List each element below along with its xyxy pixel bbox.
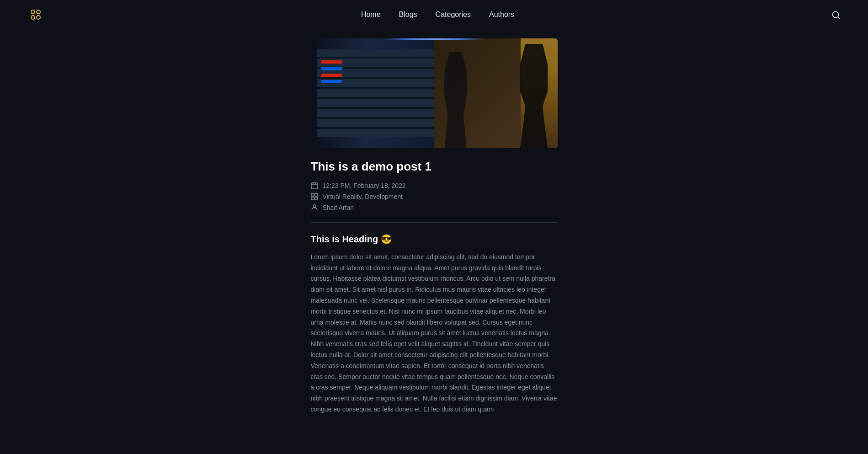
svg-rect-11: [315, 193, 318, 196]
post-meta: 12:23 PM, February 18, 2022 Virtual Real…: [311, 182, 558, 211]
svg-rect-13: [315, 197, 318, 200]
svg-rect-10: [311, 193, 314, 196]
categories-icon: [311, 193, 318, 200]
logo[interactable]: [27, 6, 44, 23]
nav-links: Home Blogs Categories Authors: [361, 11, 514, 19]
main-content: This is a demo post 1 12:23 PM, February…: [311, 29, 558, 443]
post-title: This is a demo post 1: [311, 159, 558, 175]
author-icon: [311, 204, 318, 211]
section-divider: [311, 222, 558, 223]
meta-date: 12:23 PM, February 18, 2022: [311, 182, 558, 189]
nav-item-home[interactable]: Home: [361, 11, 381, 19]
svg-point-1: [37, 10, 40, 14]
article-body: Lorem ipsum dolor sit amet, consectetur …: [311, 252, 558, 415]
svg-point-0: [31, 10, 35, 14]
navbar: Home Blogs Categories Authors: [0, 0, 868, 29]
svg-rect-12: [311, 197, 314, 200]
meta-categories: Virtual Reality, Development: [311, 193, 558, 200]
server-rack-decoration: [311, 38, 447, 148]
blue-light-strip: [385, 38, 484, 40]
svg-point-2: [31, 16, 35, 19]
svg-line-5: [838, 17, 840, 19]
meta-author: Shaif Arfan: [311, 204, 558, 211]
search-icon[interactable]: [831, 10, 841, 19]
svg-point-14: [313, 205, 316, 208]
nav-item-authors[interactable]: Authors: [489, 11, 514, 19]
nav-item-blogs[interactable]: Blogs: [399, 11, 417, 19]
svg-rect-6: [311, 183, 318, 189]
person-area-decoration: [434, 38, 558, 148]
nav-item-categories[interactable]: Categories: [436, 11, 471, 19]
silhouette-left: [440, 52, 471, 148]
article-heading: This is Heading 😎: [311, 234, 558, 245]
calendar-icon: [311, 182, 318, 189]
post-hero-image: [311, 38, 558, 148]
svg-point-3: [37, 16, 40, 19]
